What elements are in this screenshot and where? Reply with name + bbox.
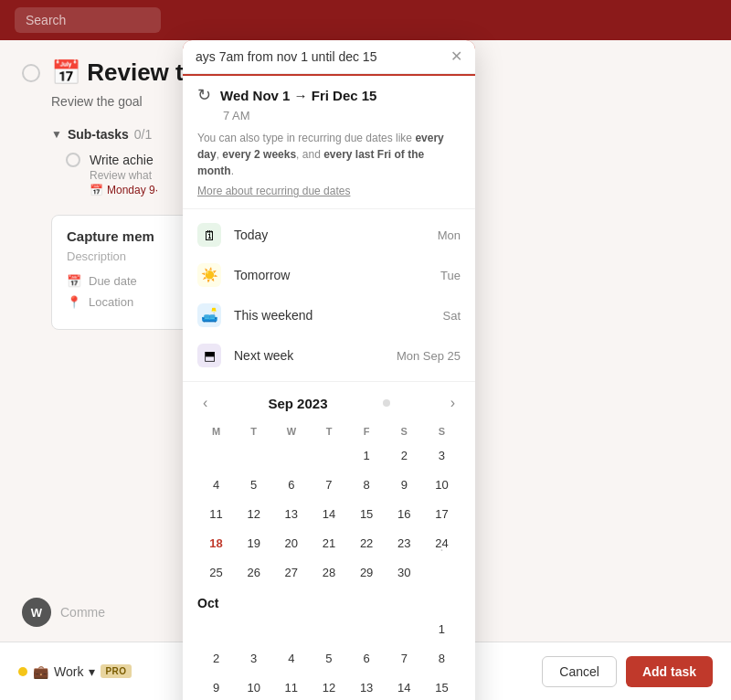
cal-cell[interactable]: 2 (203, 644, 230, 672)
cal-cell[interactable]: 13 (278, 500, 305, 527)
cal-cell[interactable]: 27 (278, 558, 305, 586)
task-title-text: Review th (87, 58, 197, 86)
cal-cell[interactable]: 21 (315, 529, 343, 557)
cal-header-t2: T (310, 422, 347, 440)
subtasks-count: 0/1 (134, 127, 152, 142)
cal-cell (203, 615, 230, 642)
cal-header-s2: S (423, 422, 461, 440)
quick-option-tomorrow[interactable]: ☀️ Tomorrow Tue (183, 255, 475, 295)
cal-cell[interactable]: 14 (315, 500, 343, 527)
cal-cell[interactable]: 19 (240, 529, 268, 557)
cal-cell[interactable]: 3 (428, 441, 455, 469)
avatar: W (22, 598, 51, 627)
cal-cell[interactable]: 10 (428, 471, 455, 498)
cal-cell-today[interactable]: 18 (203, 529, 230, 557)
cal-cell[interactable]: 30 (390, 558, 418, 586)
recurring-link[interactable]: More about recurring due dates (197, 185, 461, 197)
cal-cell[interactable]: 29 (353, 558, 380, 586)
calendar-grid-sep: M T W T F S S 1 2 3 4 5 6 7 8 9 10 11 12 (197, 422, 461, 587)
cal-cell[interactable]: 15 (353, 500, 380, 527)
cancel-button[interactable]: Cancel (542, 656, 617, 687)
subtask-date-text: Monday 9· (107, 184, 158, 196)
cal-cell[interactable]: 3 (240, 644, 268, 672)
nextweek-day: Mon Sep 25 (397, 349, 461, 363)
cal-cell[interactable]: 10 (240, 673, 268, 700)
cal-cell[interactable]: 20 (278, 529, 305, 557)
cal-cell[interactable]: 11 (278, 673, 305, 700)
cal-cell[interactable]: 1 (428, 615, 455, 642)
cal-cell[interactable]: 11 (203, 500, 230, 527)
cal-cell[interactable]: 26 (240, 558, 268, 586)
weekend-label: This weekend (234, 308, 429, 323)
clear-button[interactable]: ✕ (450, 49, 462, 64)
cal-header-s1: S (386, 422, 423, 440)
quick-option-nextweek[interactable]: ⬒ Next week Mon Sep 25 (183, 335, 475, 376)
tomorrow-icon: ☀️ (197, 263, 221, 287)
cal-cell[interactable]: 22 (353, 529, 380, 557)
cal-cell[interactable]: 24 (428, 529, 455, 557)
quick-option-today[interactable]: 🗓 Today Mon (183, 215, 475, 255)
task-title-icon: 📅 (51, 58, 80, 86)
top-bar: Search (0, 0, 731, 40)
cal-header-m: M (197, 422, 235, 440)
cal-cell[interactable]: 25 (203, 558, 230, 586)
project-tag[interactable]: 💼 Work ▾ PRO (18, 664, 132, 679)
today-label: Today (234, 228, 425, 242)
cal-cell[interactable]: 4 (278, 644, 305, 672)
prev-month-button[interactable]: ‹ (197, 393, 213, 413)
comment-area: W Comme (22, 598, 105, 627)
cal-cell[interactable]: 5 (240, 471, 268, 498)
next-month-button[interactable]: › (445, 393, 461, 413)
today-day: Mon (438, 228, 461, 242)
project-label: Work (54, 664, 83, 679)
chevron-down-icon: ▼ (51, 128, 62, 141)
cal-cell[interactable]: 7 (390, 644, 418, 672)
cal-header-w: W (272, 422, 310, 440)
cal-cell[interactable]: 12 (240, 500, 268, 527)
cal-cell (278, 615, 305, 642)
task-title: 📅 Review th (51, 58, 198, 87)
weekend-day: Sat (442, 309, 461, 323)
due-date-label: Due date (89, 274, 137, 288)
calendar-month: Sep 2023 (268, 396, 327, 411)
nextweek-icon: ⬒ (197, 344, 221, 367)
cal-cell[interactable]: 4 (203, 471, 230, 498)
search-box[interactable]: Search (15, 7, 161, 33)
cal-cell[interactable]: 8 (353, 471, 380, 498)
cal-cell[interactable]: 12 (315, 673, 343, 700)
cal-cell[interactable]: 9 (390, 471, 418, 498)
location-icon: 📍 (67, 295, 81, 309)
add-task-button[interactable]: Add task (626, 656, 713, 687)
cal-cell[interactable]: 2 (390, 441, 418, 469)
cal-cell[interactable]: 15 (428, 673, 455, 700)
cal-cell[interactable]: 6 (278, 471, 305, 498)
cal-cell[interactable]: 17 (428, 500, 455, 527)
today-dot (383, 399, 390, 407)
yellow-dot (18, 667, 27, 676)
cal-cell[interactable]: 6 (353, 644, 380, 672)
today-icon: 🗓 (197, 223, 221, 247)
cal-cell (390, 615, 418, 642)
date-input[interactable] (196, 49, 450, 64)
subtask-checkbox[interactable] (66, 153, 80, 167)
subtasks-label: Sub-tasks (68, 127, 129, 142)
cal-cell[interactable]: 14 (390, 673, 418, 700)
cal-cell[interactable]: 1 (353, 441, 380, 469)
quick-option-weekend[interactable]: 🛋️ This weekend Sat (183, 295, 475, 335)
cal-header-f: F (348, 422, 386, 440)
cal-cell[interactable]: 13 (353, 673, 380, 700)
cal-cell (315, 615, 343, 642)
cal-cell[interactable]: 5 (315, 644, 343, 672)
cal-cell[interactable]: 16 (390, 500, 418, 527)
cal-cell[interactable]: 28 (315, 558, 343, 586)
cal-cell[interactable]: 8 (428, 644, 455, 672)
cal-cell[interactable]: 9 (203, 673, 230, 700)
comment-placeholder[interactable]: Comme (60, 605, 105, 620)
pro-badge: PRO (101, 664, 131, 678)
calendar-nav: ‹ Sep 2023 › (197, 393, 461, 413)
project-icon: 💼 (33, 664, 48, 679)
task-checkbox[interactable] (22, 64, 40, 82)
cal-cell[interactable]: 23 (390, 529, 418, 557)
cal-cell[interactable]: 7 (315, 471, 343, 498)
recurring-icon: ↻ (197, 85, 211, 105)
